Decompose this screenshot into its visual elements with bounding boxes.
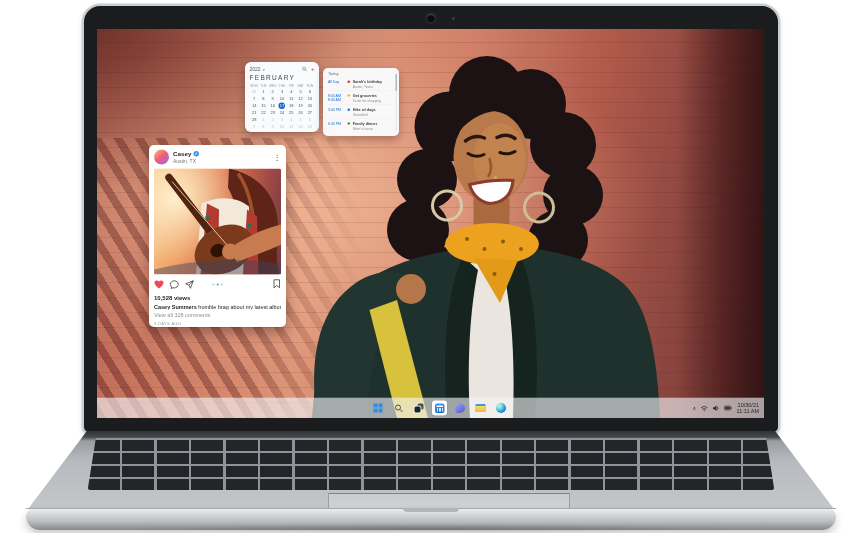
avatar[interactable] — [154, 150, 169, 165]
comments-link[interactable]: View all 328 comments — [154, 312, 281, 318]
wifi-icon[interactable] — [701, 405, 709, 412]
calendar-day[interactable]: 7 — [250, 96, 259, 103]
calendar-day[interactable]: 4 — [287, 89, 296, 96]
post-timestamp: 3 DAYS AGO — [154, 321, 281, 326]
search-icon — [394, 404, 403, 413]
event-color-dot — [348, 94, 350, 96]
calendar-day[interactable]: 5 — [296, 117, 305, 124]
calendar-day[interactable]: 31 — [250, 89, 259, 96]
chat-button[interactable] — [453, 401, 468, 416]
like-heart-icon[interactable] — [154, 280, 164, 289]
calendar-month-title: FEBRUARY — [250, 74, 315, 82]
calendar-day[interactable]: 21 — [250, 110, 259, 117]
volume-icon[interactable] — [713, 405, 720, 412]
webcam-led — [452, 17, 455, 20]
post-caption: Casey Summers humble brag about my lates… — [154, 304, 281, 310]
add-event-icon[interactable]: + — [311, 66, 315, 72]
calendar-day[interactable]: 16 — [268, 103, 277, 110]
calendar-day[interactable]: 24 — [277, 110, 286, 117]
agenda-scrollbar[interactable] — [395, 73, 397, 131]
start-button[interactable] — [371, 401, 386, 416]
floor-shadow — [130, 524, 733, 533]
agenda-scrollbar-thumb[interactable] — [395, 74, 397, 91]
calendar-day[interactable]: 12 — [296, 96, 305, 103]
more-options-icon[interactable]: ⋮ — [274, 153, 282, 161]
battery-icon[interactable] — [724, 405, 732, 411]
agenda-widget: Today All DaySarah's birthdayAustin, Tex… — [323, 68, 399, 136]
chevron-up-icon[interactable]: ∧ — [692, 405, 696, 411]
comment-icon[interactable] — [170, 280, 180, 290]
calendar-day[interactable]: 11 — [287, 96, 296, 103]
post-location[interactable]: Austin, TX — [173, 158, 199, 164]
calendar-widget: 2022 ∨ + FEBRUARY MONTUEWEDTHUFRISATSU — [245, 62, 319, 132]
file-explorer-button[interactable] — [473, 401, 488, 416]
calendar-day[interactable]: 2 — [268, 89, 277, 96]
calendar-day[interactable]: 9 — [268, 124, 277, 131]
agenda-event[interactable]: All DaySarah's birthdayAustin, Texas — [328, 77, 393, 90]
chat-bubble-icon — [455, 403, 465, 413]
calendar-day[interactable]: 18 — [287, 103, 296, 110]
search-icon[interactable] — [302, 67, 307, 72]
calendar-day[interactable]: 20 — [305, 103, 314, 110]
event-color-dot — [348, 109, 350, 111]
calendar-day[interactable]: 4 — [287, 117, 296, 124]
calendar-day[interactable]: 15 — [259, 103, 268, 110]
calendar-day[interactable]: 6 — [305, 89, 314, 96]
calendar-day[interactable]: 12 — [296, 124, 305, 131]
calendar-app-icon — [435, 403, 445, 413]
day-header: TUE — [259, 84, 268, 88]
calendar-day[interactable]: 26 — [296, 110, 305, 117]
day-header: SAT — [296, 84, 305, 88]
taskbar-search-button[interactable] — [391, 401, 406, 416]
task-view-icon — [415, 404, 424, 413]
calendar-day[interactable]: 13 — [305, 124, 314, 131]
caption-author[interactable]: Casey Summers — [154, 304, 197, 310]
bookmark-icon[interactable] — [273, 279, 282, 289]
calendar-day[interactable]: 14 — [250, 103, 259, 110]
calendar-year-selector[interactable]: 2022 ∨ — [250, 66, 266, 72]
day-header: FRI — [287, 84, 296, 88]
calendar-day[interactable]: 25 — [287, 110, 296, 117]
keyboard — [88, 438, 775, 490]
chevron-down-icon: ∨ — [262, 67, 265, 72]
tray-clock[interactable]: 10/30/21 11:11 AM — [737, 402, 759, 415]
calendar-day[interactable]: 22 — [259, 110, 268, 117]
day-header: SUN — [305, 84, 314, 88]
day-header: THU — [277, 84, 286, 88]
calendar-day[interactable]: 19 — [296, 103, 305, 110]
calendar-day-selected[interactable]: 17 — [279, 103, 286, 110]
calendar-day[interactable]: 2 — [268, 117, 277, 124]
calendar-day[interactable]: 11 — [287, 124, 296, 131]
verified-badge-icon: ✓ — [193, 151, 199, 157]
agenda-event[interactable]: 3:00 PMHike w/ dogsGreenbelt — [328, 105, 393, 119]
calendar-day[interactable]: 7 — [250, 124, 259, 131]
folder-icon — [476, 404, 486, 412]
calendar-day[interactable]: 6 — [305, 117, 314, 124]
social-post-card: Casey ✓ Austin, TX ⋮ — [149, 145, 286, 327]
laptop-screen: 2022 ∨ + FEBRUARY MONTUEWEDTHUFRISATSU — [97, 29, 764, 418]
calendar-day[interactable]: 27 — [305, 110, 314, 117]
calendar-day[interactable]: 28 — [250, 117, 259, 124]
edge-browser-button[interactable] — [494, 401, 509, 416]
event-color-dot — [348, 81, 350, 83]
share-icon[interactable] — [185, 280, 195, 290]
calendar-day[interactable]: 3 — [277, 89, 286, 96]
calendar-day[interactable]: 13 — [305, 96, 314, 103]
agenda-event[interactable]: 6:30 PMFamily dinnerMom's house — [328, 118, 393, 132]
calendar-day[interactable]: 5 — [296, 89, 305, 96]
calendar-day[interactable]: 3 — [277, 117, 286, 124]
task-view-button[interactable] — [412, 401, 427, 416]
calendar-day[interactable]: 1 — [259, 89, 268, 96]
calendar-day[interactable]: 9 — [268, 96, 277, 103]
calendar-day[interactable]: 8 — [259, 124, 268, 131]
calendar-day[interactable]: 1 — [259, 117, 268, 124]
calendar-day[interactable]: 10 — [277, 124, 286, 131]
calendar-app-button[interactable] — [432, 401, 447, 416]
calendar-day[interactable]: 8 — [259, 96, 268, 103]
calendar-day[interactable]: 23 — [268, 110, 277, 117]
day-header: WED — [268, 84, 277, 88]
calendar-day[interactable]: 10 — [277, 96, 286, 103]
post-username[interactable]: Casey — [173, 150, 191, 157]
agenda-event[interactable]: 8:00 AM8:30 AMGet groceriesTo-do list sh… — [328, 90, 393, 104]
post-photo[interactable] — [154, 169, 281, 275]
